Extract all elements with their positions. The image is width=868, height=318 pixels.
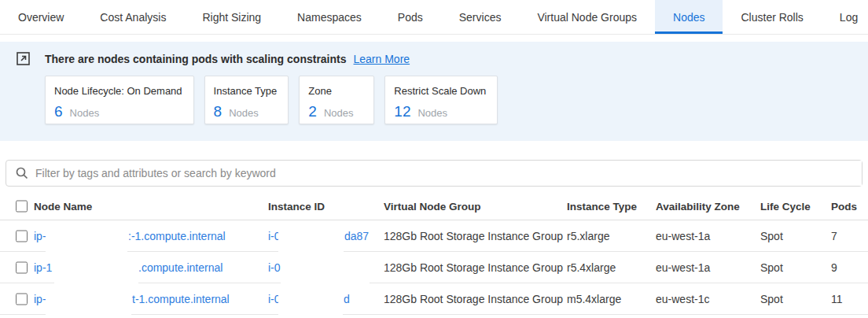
table-row: ip-1 .compute.internal i-0 128Gb Root St…	[0, 252, 868, 283]
card-count: 12	[394, 103, 410, 120]
pods-count-cell: 11	[831, 293, 843, 305]
card-unit: Nodes	[70, 107, 100, 119]
column-header-availability-zone: Availability Zone	[656, 200, 740, 212]
card-unit: Nodes	[324, 107, 354, 119]
filter-input[interactable]	[35, 161, 862, 186]
tab-virtual-node-groups[interactable]: Virtual Node Groups	[519, 0, 655, 34]
table-row: ip- :-1.compute.internal i-0 da87 128Gb …	[0, 220, 868, 252]
node-name-fragment[interactable]: ip-	[34, 293, 46, 305]
column-header-instance-type: Instance Type	[567, 200, 637, 212]
scaling-constraints-banner: There are nodes containing pods with sca…	[0, 42, 868, 141]
tab-right-sizing[interactable]: Right Sizing	[184, 0, 279, 34]
row-checkbox[interactable]	[16, 261, 28, 273]
redacted-area	[46, 224, 127, 252]
life-cycle-cell: Spot	[760, 261, 783, 274]
tab-cluster-rolls[interactable]: Cluster Rolls	[723, 0, 821, 34]
tab-services[interactable]: Services	[441, 0, 520, 34]
column-header-life-cycle: Life Cycle	[760, 200, 811, 212]
card-zone: Zone 2 Nodes	[299, 76, 374, 124]
table-row: ip- t-1.compute.internal i-0 d 128Gb Roo…	[0, 283, 868, 315]
select-all-checkbox[interactable]	[16, 200, 28, 212]
card-restrict-scale-down: Restrict Scale Down 12 Nodes	[384, 76, 498, 124]
scale-up-icon	[17, 52, 30, 65]
instance-id-fragment: d	[344, 293, 350, 305]
tab-log[interactable]: Log	[822, 0, 868, 34]
column-header-virtual-node-group: Virtual Node Group	[384, 200, 481, 212]
node-name-fragment[interactable]: .compute.internal	[138, 261, 223, 274]
column-header-instance-id: Instance ID	[268, 200, 325, 212]
redacted-area	[281, 256, 370, 283]
tab-bar: Overview Cost Analysis Right Sizing Name…	[0, 0, 868, 35]
node-name-fragment[interactable]: t-1.compute.internal	[132, 293, 230, 305]
redacted-area	[46, 287, 131, 315]
banner-message: There are nodes containing pods with sca…	[45, 53, 347, 65]
column-header-pods: Pods	[831, 200, 857, 212]
node-name-fragment[interactable]: ip-	[34, 230, 46, 242]
column-header-node-name: Node Name	[34, 200, 92, 212]
availability-zone-cell: eu-west-1c	[656, 293, 709, 305]
search-icon	[16, 167, 28, 179]
card-count: 2	[308, 103, 317, 120]
constraint-cards: Node Lifecycle: On Demand 6 Nodes Instan…	[45, 76, 868, 124]
availability-zone-cell: eu-west-1a	[656, 261, 710, 274]
card-title: Node Lifecycle: On Demand	[54, 85, 182, 97]
virtual-node-group-cell: 128Gb Root Storage Instance Group	[384, 293, 563, 305]
node-name-fragment[interactable]: :-1.compute.internal	[128, 230, 226, 242]
card-node-lifecycle: Node Lifecycle: On Demand 6 Nodes	[45, 76, 194, 124]
nodes-table: Node Name Instance ID Virtual Node Group…	[0, 192, 868, 315]
virtual-node-group-cell: 128Gb Root Storage Instance Group	[384, 261, 563, 274]
card-title: Restrict Scale Down	[394, 85, 486, 97]
virtual-node-group-cell: 128Gb Root Storage Instance Group	[384, 230, 563, 242]
instance-id-fragment: i-0	[268, 261, 281, 274]
card-count: 6	[54, 103, 63, 120]
row-checkbox[interactable]	[16, 230, 28, 242]
card-title: Instance Type	[214, 85, 278, 97]
life-cycle-cell: Spot	[760, 230, 783, 242]
filter-bar	[6, 160, 862, 187]
pods-count-cell: 9	[831, 261, 837, 274]
instance-type-cell: m5.4xlarge	[567, 293, 621, 305]
tab-nodes[interactable]: Nodes	[655, 0, 723, 34]
redacted-area	[278, 287, 343, 315]
table-header-row: Node Name Instance ID Virtual Node Group…	[0, 192, 868, 220]
card-title: Zone	[308, 85, 362, 97]
tab-overview[interactable]: Overview	[0, 0, 82, 34]
instance-id-fragment: da87	[344, 230, 369, 242]
card-instance-type: Instance Type 8 Nodes	[204, 76, 289, 124]
pods-count-cell: 7	[831, 230, 837, 242]
row-checkbox[interactable]	[16, 293, 28, 305]
redacted-area	[278, 224, 344, 252]
card-unit: Nodes	[417, 107, 447, 119]
redacted-area	[54, 256, 138, 283]
tab-cost-analysis[interactable]: Cost Analysis	[82, 0, 184, 34]
instance-type-cell: r5.xlarge	[567, 230, 609, 242]
node-name-fragment[interactable]: ip-1	[34, 261, 52, 274]
card-unit: Nodes	[229, 107, 259, 119]
tab-pods[interactable]: Pods	[380, 0, 441, 34]
learn-more-link[interactable]: Learn More	[354, 53, 410, 65]
tab-namespaces[interactable]: Namespaces	[279, 0, 380, 34]
instance-type-cell: r5.4xlarge	[567, 261, 616, 274]
card-count: 8	[214, 103, 223, 120]
life-cycle-cell: Spot	[760, 293, 783, 305]
availability-zone-cell: eu-west-1a	[656, 230, 710, 242]
